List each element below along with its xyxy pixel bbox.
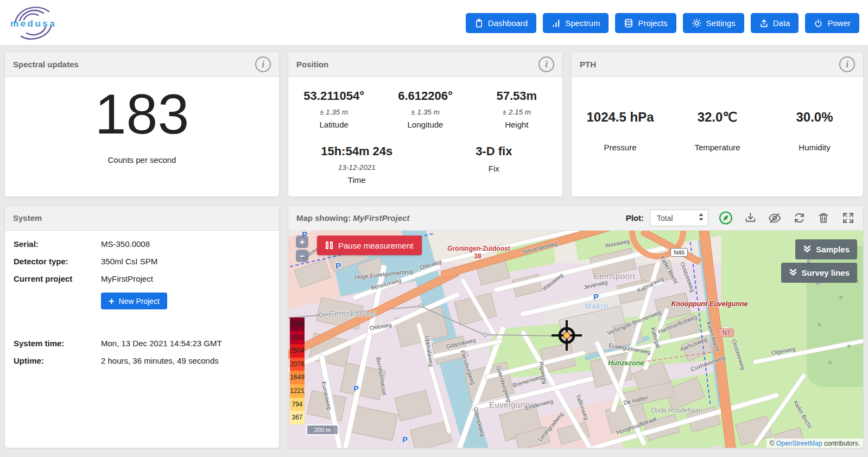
- detector-row: Detector type: 350ml CsI SPM: [14, 257, 270, 266]
- legend-cell: 1221: [290, 384, 305, 398]
- longitude-metric: 6.612206° ± 1.35 m Longitude: [379, 89, 471, 129]
- uptime-value: 2 hours, 36 minutes, 49 seconds: [101, 356, 219, 365]
- card-title: Position: [296, 60, 328, 69]
- position-card: Position i 53.211054° ± 1.35 m Latitude …: [288, 52, 563, 197]
- double-chevron-down-icon: [789, 268, 797, 278]
- counts-value: 183: [5, 86, 279, 142]
- map-card-header: Map showing: MyFirstProject Plot: Total: [288, 206, 863, 231]
- map-scale-bar: 200 m: [306, 424, 339, 435]
- latitude-value: 53.211054°: [288, 89, 379, 103]
- card-header: Spectral updates i: [5, 52, 279, 77]
- nav-label: Data: [773, 18, 790, 28]
- map-canvas[interactable]: Groningen-Zuidoost38Hoge Euvelgunnerbrug…: [288, 231, 863, 448]
- position-body: 53.211054° ± 1.35 m Latitude 6.612206° ±…: [288, 77, 562, 185]
- map-toolbar: Plot: Total: [626, 210, 855, 226]
- bar-chart-icon: [552, 18, 561, 28]
- zoom-in-button[interactable]: +: [296, 236, 308, 248]
- detector-value: 350ml CsI SPM: [101, 257, 157, 266]
- system-body: Serial: MS-350.0008 Detector type: 350ml…: [5, 231, 279, 382]
- new-project-button[interactable]: + New Project: [101, 293, 167, 309]
- pause-measurement-button[interactable]: Pause measurement: [317, 236, 422, 255]
- temperature-label: Temperature: [669, 143, 766, 152]
- clipboard-icon: [474, 18, 484, 28]
- info-icon[interactable]: i: [255, 56, 271, 72]
- database-icon: [624, 18, 633, 28]
- map-title-prefix: Map showing:: [296, 213, 353, 223]
- map-attribution: © OpenStreetMap contributors.: [766, 439, 863, 448]
- pause-label: Pause measurement: [338, 241, 413, 250]
- compass-icon[interactable]: [719, 211, 733, 225]
- nav-label: Spectrum: [565, 18, 600, 28]
- info-icon[interactable]: i: [839, 56, 855, 72]
- temperature-metric: 32.0℃ Temperature: [669, 110, 766, 152]
- info-icon[interactable]: i: [538, 56, 554, 72]
- hide-layers-icon[interactable]: [768, 211, 782, 225]
- latitude-error: ± 1.35 m: [288, 108, 379, 116]
- nav-label: Dashboard: [488, 18, 528, 28]
- height-metric: 57.53m ± 2.15 m Height: [471, 89, 562, 129]
- openstreetmap-link[interactable]: OpenStreetMap: [776, 440, 822, 447]
- nav-dashboard-button[interactable]: Dashboard: [466, 13, 536, 33]
- spectral-updates-card: Spectral updates i 183 Counts per second: [4, 52, 280, 197]
- pth-body: 1024.5 hPa Pressure 32.0℃ Temperature 30…: [572, 77, 863, 152]
- attribution-copyright: ©: [770, 440, 776, 447]
- main-nav: Dashboard Spectrum Projects Settings Dat…: [466, 13, 859, 33]
- latitude-metric: 53.211054° ± 1.35 m Latitude: [288, 89, 379, 129]
- select-arrows-icon: [699, 213, 704, 223]
- survey-lines-button[interactable]: Survey lines: [781, 263, 857, 283]
- height-error: ± 2.15 m: [471, 108, 562, 116]
- logo-text: medusa: [10, 18, 56, 29]
- zoom-out-button[interactable]: −: [296, 250, 308, 262]
- map-title-project: MyFirstProject: [353, 213, 409, 223]
- project-value: MyFirstProject: [101, 274, 153, 283]
- height-label: Height: [471, 120, 562, 129]
- humidity-label: Humidity: [766, 143, 863, 152]
- legend-cell: 2076: [290, 358, 305, 371]
- survey-lines-label: Survey lines: [802, 268, 850, 277]
- legend-cell: 367: [290, 411, 305, 424]
- pressure-value: 1024.5 hPa: [572, 110, 669, 125]
- samples-button[interactable]: Samples: [795, 239, 857, 259]
- system-card: System Serial: MS-350.0008 Detector type…: [4, 205, 280, 448]
- fix-label: Fix: [426, 164, 563, 173]
- samples-label: Samples: [816, 245, 850, 254]
- humidity-metric: 30.0% Humidity: [766, 110, 863, 152]
- pth-card: PTH i 1024.5 hPa Pressure 32.0℃ Temperat…: [571, 52, 864, 197]
- legend-cell: 2504: [290, 344, 305, 358]
- double-chevron-down-icon: [803, 245, 812, 255]
- pressure-metric: 1024.5 hPa Pressure: [572, 110, 669, 152]
- card-title: Spectral updates: [13, 60, 79, 69]
- plot-select-value: Total: [657, 214, 673, 223]
- uptime-label: Uptime:: [14, 356, 101, 365]
- nav-data-button[interactable]: Data: [751, 13, 799, 33]
- temperature-value: 32.0℃: [669, 110, 766, 125]
- time-date: 13-12-2021: [288, 163, 426, 172]
- plot-select[interactable]: Total: [650, 210, 708, 226]
- map-shape: [818, 323, 821, 326]
- trash-icon[interactable]: [816, 211, 831, 225]
- system-time-row: System time: Mon, 13 Dec 2021 14:54:23 G…: [14, 339, 270, 348]
- top-bar: medusa Dashboard Spectrum Projects Setti…: [0, 0, 868, 46]
- nav-label: Projects: [638, 18, 667, 28]
- nav-spectrum-button[interactable]: Spectrum: [543, 13, 609, 33]
- serial-value: MS-350.0008: [101, 239, 150, 249]
- card-header: PTH i: [572, 52, 863, 77]
- uptime-row: Uptime: 2 hours, 36 minutes, 49 seconds: [14, 356, 270, 365]
- card-title: PTH: [580, 60, 596, 69]
- longitude-label: Longitude: [379, 120, 471, 129]
- download-icon[interactable]: [743, 211, 757, 225]
- medusa-logo: medusa: [8, 3, 67, 42]
- serial-label: Serial:: [14, 239, 101, 249]
- pause-icon: [326, 242, 333, 249]
- time-metric: 15h:54m 24s 13-12-2021 Time: [288, 144, 426, 185]
- nav-projects-button[interactable]: Projects: [615, 13, 676, 33]
- card-header: System: [5, 206, 279, 231]
- fullscreen-icon[interactable]: [841, 211, 855, 225]
- legend-cell: 2931: [290, 331, 305, 345]
- spectral-body: 183 Counts per second: [5, 86, 279, 164]
- nav-power-button[interactable]: Power: [805, 13, 859, 33]
- map-card: Map showing: MyFirstProject Plot: Total: [288, 205, 864, 448]
- project-row: Current project MyFirstProject: [14, 274, 270, 283]
- refresh-icon[interactable]: [792, 211, 806, 225]
- nav-settings-button[interactable]: Settings: [683, 13, 744, 33]
